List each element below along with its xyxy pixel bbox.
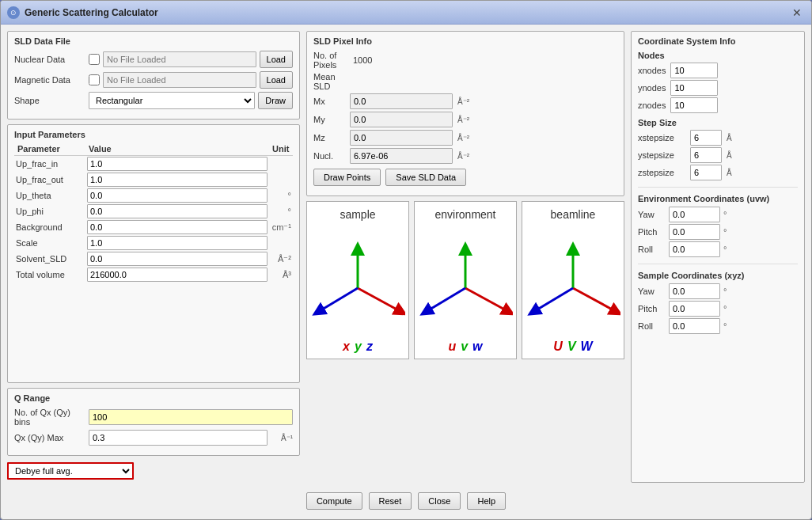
param-unit-2: ° [269, 188, 293, 203]
step-input-2[interactable] [690, 165, 722, 180]
sld-input-3[interactable] [350, 148, 453, 164]
sld-unit-1: Å⁻² [457, 116, 469, 124]
nuclear-load-button[interactable]: Load [260, 51, 293, 68]
diagram-labels-2: UVW [553, 340, 592, 354]
diagram-label-0-0: x [343, 340, 350, 354]
magnetic-data-input [103, 72, 256, 88]
nuclear-data-input [103, 51, 256, 67]
close-button[interactable]: Close [418, 492, 461, 510]
q-bins-label: No. of Qx (Qy) bins [14, 408, 85, 427]
sld-input-0[interactable] [350, 93, 453, 109]
diagram-label-1-2: w [472, 340, 482, 354]
save-sld-button[interactable]: Save SLD Data [385, 169, 466, 186]
diagram-box-1: environmentuvw [414, 201, 517, 359]
col-parameter: Parameter [14, 144, 85, 156]
reset-button[interactable]: Reset [369, 492, 412, 510]
param-value-cell-4 [85, 219, 269, 235]
nuclear-data-row: Nuclear Data Load [14, 51, 293, 68]
sample-coord-row-0: Yaw ° [638, 283, 798, 299]
svg-line-5 [318, 288, 358, 312]
param-name-0: Up_frac_in [14, 156, 85, 173]
input-parameters-title: Input Parameters [14, 130, 293, 139]
left-panel: SLD Data File Nuclear Data Load Magnetic… [7, 31, 300, 483]
nuclear-data-checkbox[interactable] [89, 54, 100, 65]
sld-pixel-row-0: Mx Å⁻² [313, 93, 617, 109]
draw-button[interactable]: Draw [258, 92, 293, 109]
diagram-label-0-2: z [366, 340, 373, 354]
close-window-button[interactable]: ✕ [789, 5, 805, 21]
param-input-5[interactable] [87, 236, 268, 250]
step-input-1[interactable] [690, 147, 722, 163]
main-window: ⊙ Generic Scattering Calculator ✕ SLD Da… [0, 0, 812, 520]
magnetic-data-label: Magnetic Data [14, 75, 85, 85]
table-row: Up_frac_out [14, 172, 293, 188]
env-coord-input-2[interactable] [669, 241, 720, 257]
diagram-labels-1: uvw [448, 340, 482, 354]
q-bins-input[interactable] [89, 409, 293, 425]
computation-select[interactable]: Debye full avg. Debye pure avg. 2D [7, 462, 134, 480]
sld-input-2[interactable] [350, 130, 453, 146]
shape-select[interactable]: Rectangular Ellipsoid Cylinder Parallele… [89, 92, 255, 109]
param-input-6[interactable] [87, 252, 268, 266]
env-coord-row-1: Pitch ° [638, 224, 798, 240]
sample-coord-input-2[interactable] [669, 318, 720, 334]
param-value-cell-2 [85, 188, 269, 203]
magnetic-load-button[interactable]: Load [260, 71, 293, 89]
bottom-bar: Compute Reset Close Help [7, 488, 805, 513]
table-row: Up_phi ° [14, 203, 293, 219]
param-input-3[interactable] [87, 204, 268, 218]
title-bar: ⊙ Generic Scattering Calculator ✕ [1, 1, 811, 25]
param-unit-1 [269, 172, 293, 188]
sld-unit-2: Å⁻² [457, 134, 469, 142]
sample-coord-input-0[interactable] [669, 283, 720, 299]
q-range-section: Q Range No. of Qx (Qy) bins Qx (Qy) Max … [7, 388, 300, 456]
param-name-5: Scale [14, 235, 85, 251]
diagram-title-1: environment [434, 208, 495, 221]
param-input-4[interactable] [87, 220, 268, 234]
diagram-box-0: samplexyz [306, 201, 409, 359]
step-unit-0: Å [727, 134, 732, 142]
xnodes-input[interactable] [670, 63, 718, 78]
draw-points-button[interactable]: Draw Points [313, 169, 381, 186]
computation-row: Debye full avg. Debye pure avg. 2D [7, 462, 300, 480]
ynodes-label: ynodes [638, 83, 666, 93]
table-row: Scale [14, 235, 293, 251]
env-coord-unit-1: ° [723, 227, 727, 237]
col-unit: Unit [269, 144, 293, 156]
param-input-0[interactable] [87, 157, 268, 171]
diagram-svg-1 [418, 237, 513, 324]
sample-coord-unit-0: ° [723, 287, 727, 296]
param-input-7[interactable] [87, 268, 268, 282]
znodes-input[interactable] [670, 97, 718, 113]
step-input-0[interactable] [690, 130, 722, 146]
svg-line-17 [533, 288, 573, 312]
main-row: SLD Data File Nuclear Data Load Magnetic… [7, 31, 805, 483]
help-button[interactable]: Help [467, 492, 506, 510]
env-coord-row-2: Roll ° [638, 241, 798, 257]
env-coord-input-1[interactable] [669, 224, 720, 240]
param-value-cell-5 [85, 235, 269, 251]
qx-max-input[interactable] [89, 430, 268, 446]
magnetic-data-checkbox[interactable] [89, 74, 100, 85]
sample-coord-unit-2: ° [723, 321, 727, 331]
env-coord-input-0[interactable] [669, 207, 720, 222]
svg-line-11 [426, 288, 465, 312]
compute-button[interactable]: Compute [306, 492, 362, 510]
sld-rows: Mx Å⁻² My Å⁻² Mz Å⁻² Nucl. Å⁻² [313, 93, 617, 164]
diagram-box-2: beamlineUVW [522, 201, 624, 359]
param-input-2[interactable] [87, 188, 268, 203]
qx-max-unit: Å⁻¹ [271, 434, 293, 442]
param-input-1[interactable] [87, 173, 268, 187]
param-unit-5 [269, 235, 293, 251]
env-coord-container: Yaw ° Pitch ° Roll ° [638, 207, 798, 257]
table-row: Total volume Å³ [14, 267, 293, 283]
sample-coord-title: Sample Coordinates (xyz) [638, 271, 798, 280]
param-unit-3: ° [269, 203, 293, 219]
ynodes-input[interactable] [670, 80, 718, 96]
env-coord-row-0: Yaw ° [638, 207, 798, 222]
sample-coord-input-1[interactable] [669, 301, 720, 317]
sld-label-2: Mz [313, 133, 345, 142]
content-area: SLD Data File Nuclear Data Load Magnetic… [1, 25, 811, 519]
q-range-title: Q Range [14, 393, 293, 403]
sld-input-1[interactable] [350, 112, 453, 127]
